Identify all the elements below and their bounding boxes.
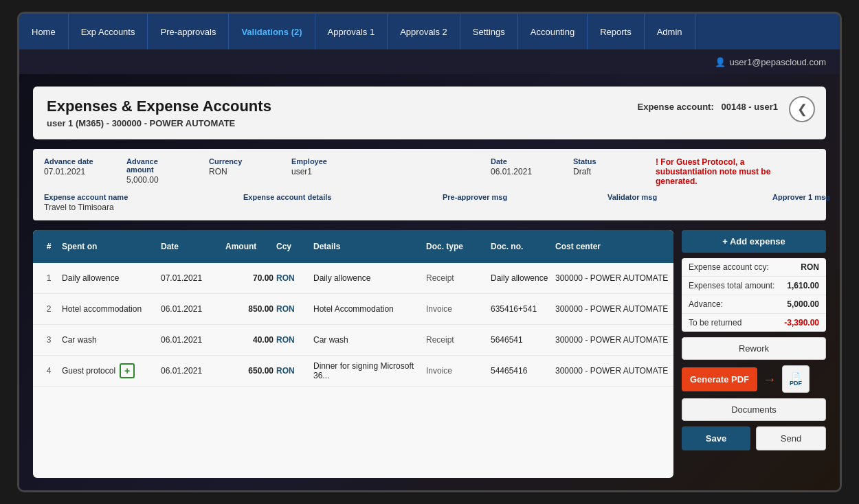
row-amount: 650.00: [225, 366, 274, 376]
advance-amount-value: 5,000.00: [126, 175, 181, 185]
currency-label: Currency: [209, 157, 264, 165]
nav-validations[interactable]: Validations (2): [229, 14, 315, 49]
pdf-icon-label: 📄: [792, 372, 800, 380]
col-details: Details: [313, 242, 423, 251]
nav-approvals1[interactable]: Approvals 1: [315, 14, 388, 49]
row-amount: 40.00: [225, 335, 274, 345]
advance-amount-label: Advance amount: [126, 157, 181, 174]
row-doc-type: Receipt: [426, 273, 488, 283]
currency-value: RON: [209, 167, 264, 176]
right-panel: + Add expense Expense account ccy: RON E…: [682, 230, 826, 478]
nav-reports[interactable]: Reports: [588, 14, 645, 49]
date-col: Date 06.01.2021: [491, 157, 546, 186]
advance-date-value: 07.01.2021: [44, 167, 99, 176]
content-wrapper: Expenses & Expense Accounts user 1 (M365…: [19, 74, 840, 490]
advance-date-col: Advance date 07.01.2021: [44, 157, 99, 186]
exp-account-details-label: Expense account details: [243, 193, 415, 201]
pre-approver-msg-label: Pre-approver msg: [443, 193, 580, 201]
date-value: 06.01.2021: [491, 167, 546, 176]
summary-box: Expense account ccy: RON Expenses total …: [682, 258, 826, 332]
table-row: 4 Guest protocol + 06.01.2021 650.00 RON…: [33, 356, 673, 387]
validator-msg-label: Validator msg: [607, 193, 745, 201]
row-details: Daily allowence: [313, 273, 423, 283]
col-date: Date: [161, 242, 223, 251]
summary-ccy-value: RON: [801, 262, 819, 272]
save-button[interactable]: Save: [682, 426, 750, 450]
col-spent-on: Spent on: [62, 242, 158, 251]
add-expense-button[interactable]: + Add expense: [682, 230, 826, 253]
row-cost-center: 300000 - POWER AUTOMATE: [555, 366, 672, 376]
arrow-icon: →: [763, 371, 777, 387]
documents-button[interactable]: Documents: [682, 398, 826, 421]
nav-exp-accounts[interactable]: Exp Accounts: [69, 14, 148, 49]
table-body: 1 Daily allowence 07.01.2021 70.00 RON D…: [33, 263, 673, 478]
date-label: Date: [491, 157, 546, 165]
pdf-label: PDF: [790, 380, 802, 387]
table-header: # Spent on Date Amount Ccy Details Doc. …: [33, 230, 673, 263]
bottom-section: # Spent on Date Amount Ccy Details Doc. …: [33, 230, 826, 478]
user-icon: 👤: [715, 57, 726, 67]
row-date: 06.01.2021: [161, 304, 223, 314]
nav-home[interactable]: Home: [19, 14, 69, 49]
nav-admin[interactable]: Admin: [645, 14, 695, 49]
validator-msg-col: Validator msg: [607, 193, 745, 212]
row-amount: 850.00: [225, 304, 274, 314]
nav-settings[interactable]: Settings: [460, 14, 518, 49]
warning-message: ! For Guest Protocol, a subustantiation …: [656, 157, 807, 186]
col-amount: Amount: [225, 242, 274, 251]
expense-account-value: 00148 - user1: [722, 102, 778, 112]
warning-col: ! For Guest Protocol, a subustantiation …: [656, 157, 827, 186]
row-doc-no: Daily allowence: [491, 273, 553, 283]
summary-total-value: 1,610.00: [787, 281, 819, 290]
expense-account-prefix: Expense account:: [637, 102, 713, 112]
nav-pre-approvals[interactable]: Pre-approvals: [148, 14, 229, 49]
col-doc-type: Doc. type: [426, 242, 488, 251]
table-row: 2 Hotel accommodation 06.01.2021 850.00 …: [33, 294, 673, 325]
status-col: Status Draft: [573, 157, 628, 186]
row-num: 4: [38, 366, 59, 376]
table-row: 1 Daily allowence 07.01.2021 70.00 RON D…: [33, 263, 673, 294]
row-spent-on-cell: Guest protocol +: [62, 363, 158, 378]
advance-date-label: Advance date: [44, 157, 99, 165]
currency-col: Currency RON: [209, 157, 264, 186]
row-num: 3: [38, 335, 59, 345]
employee-col: Employee user1: [291, 157, 463, 186]
row-cost-center: 300000 - POWER AUTOMATE: [555, 304, 672, 314]
pre-approver-msg-col: Pre-approver msg: [443, 193, 580, 212]
info-row-2: Expense account name Travel to Timisoara…: [44, 193, 815, 212]
expense-account-label: Expense account: 00148 - user1: [637, 102, 778, 112]
row-spent-on: Guest protocol: [62, 366, 115, 376]
row-doc-type: Invoice: [426, 366, 488, 376]
rework-button[interactable]: Rework: [682, 337, 826, 360]
approver1-msg-label: Approver 1 msg: [772, 193, 840, 201]
back-button[interactable]: ❮: [789, 96, 815, 122]
row-amount: 70.00: [225, 273, 274, 283]
nav-approvals2[interactable]: Approvals 2: [388, 14, 460, 49]
summary-total-label: Expenses total amount:: [689, 281, 774, 290]
summary-advance-label: Advance:: [689, 299, 723, 309]
summary-ccy-row: Expense account ccy: RON: [682, 258, 826, 277]
col-doc-no: Doc. no.: [491, 242, 553, 251]
row-num: 2: [38, 304, 59, 314]
row-ccy: RON: [276, 304, 311, 314]
bottom-buttons: Save Send: [682, 426, 826, 450]
generate-pdf-button[interactable]: Generate PDF: [682, 367, 757, 391]
summary-return-value: -3,390.00: [784, 318, 819, 328]
add-icon[interactable]: +: [120, 363, 135, 378]
summary-return-row: To be returned -3,390.00: [682, 314, 826, 332]
nav-accounting[interactable]: Accounting: [518, 14, 588, 49]
advance-amount-col: Advance amount 5,000.00: [126, 157, 181, 186]
user-info: 👤 user1@pepascloud.com: [715, 57, 826, 67]
user-email: user1@pepascloud.com: [730, 57, 826, 67]
row-details: Dinner for signing Microsoft 36...: [313, 361, 423, 380]
employee-value: user1: [291, 167, 463, 176]
main-screen: Home Exp Accounts Pre-approvals Validati…: [17, 12, 842, 492]
send-button[interactable]: Send: [756, 426, 826, 450]
status-label: Status: [573, 157, 628, 165]
main-content: Expenses & Expense Accounts user 1 (M365…: [19, 74, 840, 490]
row-doc-type: Invoice: [426, 304, 488, 314]
navbar: Home Exp Accounts Pre-approvals Validati…: [19, 14, 840, 49]
summary-total-row: Expenses total amount: 1,610.00: [682, 277, 826, 295]
row-details: Car wash: [313, 335, 423, 345]
col-cost-center: Cost center: [555, 242, 672, 251]
